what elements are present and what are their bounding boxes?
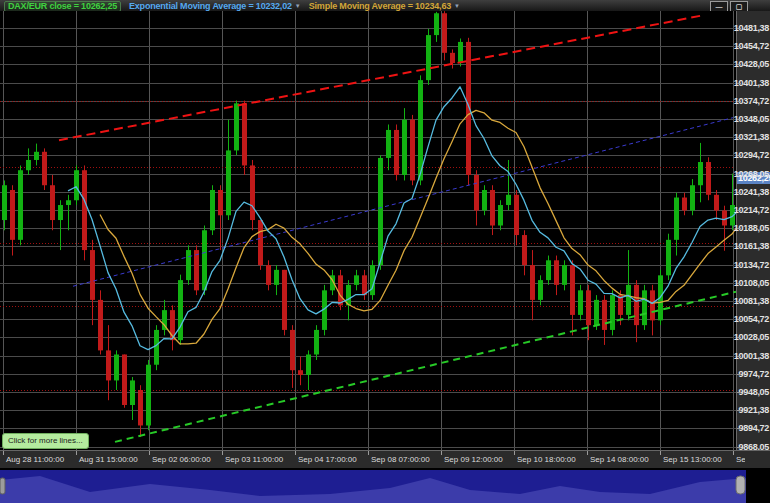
price-axis-tick [737, 392, 741, 393]
price-axis-tick [737, 228, 741, 229]
instrument-close-label[interactable]: DAX/EUR close = 10262,25 [4, 1, 121, 12]
time-axis-tick [368, 451, 369, 455]
time-axis[interactable]: Aug 28 11:00:00Aug 31 15:00:00Sep 02 06:… [0, 450, 770, 469]
time-axis-tick [660, 451, 661, 455]
ema-legend-label[interactable]: Exponential Moving Average = 10232,02 [129, 1, 292, 11]
time-axis-label: Sep 09 12:00:00 [444, 455, 503, 464]
price-axis-label: 9974,72 [739, 369, 769, 379]
price-axis-tick [737, 374, 741, 375]
price-axis-tick [737, 319, 741, 320]
price-axis-label: 9921,38 [739, 405, 769, 415]
chevron-down-icon[interactable]: ▼ [295, 3, 301, 9]
time-axis-label: Aug 28 11:00:00 [6, 455, 64, 464]
price-axis-tick [737, 337, 741, 338]
price-axis-tick [737, 265, 741, 266]
price-axis-tick [737, 428, 741, 429]
price-axis-label: 9948,05 [739, 387, 769, 397]
price-axis[interactable]: 10262,25 10481,3810454,7210428,0510401,3… [736, 11, 770, 451]
time-axis-tick [733, 451, 734, 455]
more-lines-button[interactable]: Click for more lines... [2, 433, 89, 449]
time-axis-label: Aug 31 15:00:00 [79, 455, 138, 464]
time-axis-label: Sep 10 18:00:00 [517, 455, 576, 464]
price-axis-tick [737, 301, 741, 302]
price-axis-tick [737, 101, 741, 102]
price-axis-tick [737, 46, 741, 47]
time-axis-tick [441, 451, 442, 455]
price-axis-tick [737, 283, 741, 284]
time-axis-label: Sep 02 06:00:00 [152, 455, 211, 464]
price-axis-tick [737, 410, 741, 411]
price-axis-tick [737, 28, 741, 29]
price-axis-tick [737, 192, 741, 193]
time-axis-tick [3, 451, 4, 455]
price-axis-tick [737, 174, 741, 175]
price-axis-tick [737, 83, 741, 84]
price-axis-label: 9894,72 [739, 423, 769, 433]
time-axis-label: Sep 04 17:00:00 [298, 455, 357, 464]
time-axis-label: Sep 03 11:00:00 [225, 455, 283, 464]
time-axis-label: Sep 16 18:00:00 [736, 455, 745, 464]
price-axis-tick [737, 137, 741, 138]
price-axis-tick [737, 119, 741, 120]
trading-app-window: DAX/EUR close = 10262,25 Exponential Mov… [0, 0, 770, 503]
price-axis-tick [737, 64, 741, 65]
desktop-wallpaper [0, 468, 770, 503]
time-axis-label: Sep 08 07:00:00 [371, 455, 430, 464]
chart-canvas[interactable] [0, 11, 736, 450]
scroll-handle-left[interactable] [0, 478, 5, 494]
price-axis-tick [737, 447, 741, 448]
sma-legend-label[interactable]: Simple Moving Average = 10234,63 [309, 1, 451, 11]
price-axis-tick [737, 246, 741, 247]
price-axis-tick [737, 210, 741, 211]
time-axis-label: Sep 14 08:00:00 [590, 455, 649, 464]
price-axis-tick [737, 356, 741, 357]
chevron-down-icon[interactable]: ▼ [454, 3, 460, 9]
candlestick-chart-area[interactable] [0, 11, 736, 450]
price-axis-tick [737, 155, 741, 156]
time-axis-tick [587, 451, 588, 455]
wallpaper-waves [0, 468, 770, 503]
scroll-handle-right[interactable] [736, 476, 745, 494]
time-axis-tick [514, 451, 515, 455]
time-axis-tick [149, 451, 150, 455]
time-axis-tick [295, 451, 296, 455]
time-axis-tick [76, 451, 77, 455]
time-axis-labels: Aug 28 11:00:00Aug 31 15:00:00Sep 02 06:… [0, 451, 745, 469]
time-axis-label: Sep 15 13:00:00 [663, 455, 722, 464]
time-axis-tick [222, 451, 223, 455]
